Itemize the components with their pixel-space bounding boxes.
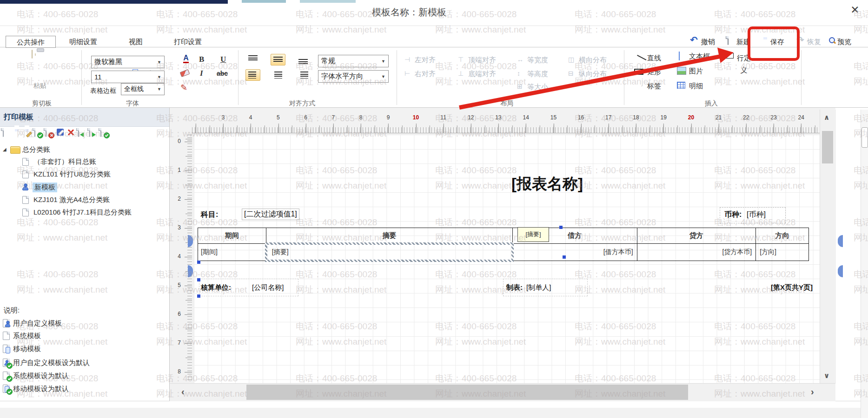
insert-detail-button[interactable]: 明细	[689, 82, 703, 91]
column-header[interactable]: 摘要	[266, 228, 513, 243]
tab-detail-settings[interactable]: 明细设置	[65, 36, 101, 47]
tree-root-label[interactable]: 总分类账	[22, 145, 50, 154]
chevron-down-icon: ▼	[381, 74, 385, 79]
scroll-up-icon[interactable]: ∧	[824, 113, 829, 122]
unit-label[interactable]: 核算单位:	[201, 283, 231, 292]
table-cell[interactable]: [贷方本币]	[637, 244, 756, 261]
halign-right-button[interactable]	[296, 69, 311, 81]
template-import-icon[interactable]	[78, 129, 87, 138]
layout-same-height-button[interactable]: 等高度	[527, 70, 548, 78]
scroll-left-icon[interactable]: ‹	[181, 386, 185, 397]
template-new-icon[interactable]	[3, 129, 12, 138]
undo-button[interactable]: 撤销	[701, 38, 715, 46]
table-cell[interactable]: [借方本币]	[513, 244, 637, 261]
dialog-title: 模板名称：新模板	[372, 6, 479, 19]
hscroll-thumb[interactable]	[246, 385, 688, 400]
selection-handle[interactable]	[197, 261, 200, 264]
layout-distribute-h-button[interactable]: 横向分布	[579, 56, 607, 65]
h-ruler-number: 9	[387, 114, 390, 121]
layout-align-top-button[interactable]: 顶端对齐	[468, 56, 496, 65]
maker-label[interactable]: 制表:	[506, 283, 523, 292]
layout-align-right-button[interactable]: 右对齐	[415, 70, 436, 78]
close-icon[interactable]: ✕	[848, 4, 862, 18]
redo-button[interactable]: 恢复	[807, 38, 821, 46]
table-cell[interactable]: [期间]	[198, 244, 266, 261]
table-border-select[interactable]: 全框线 ▼	[121, 83, 165, 95]
selection-handle[interactable]	[197, 278, 200, 281]
template-export-icon[interactable]	[89, 129, 99, 138]
h-ruler-number: 18	[633, 114, 639, 121]
italic-button[interactable]: I	[200, 69, 203, 78]
selection-handle[interactable]	[559, 226, 563, 229]
font-size-select[interactable]: 11 ▼	[91, 71, 165, 83]
layout-align-bottom-button[interactable]: 底端对齐	[468, 70, 496, 78]
valign-bottom-button[interactable]	[296, 54, 311, 65]
layout-same-width-button[interactable]: 等宽度	[527, 56, 548, 65]
layout-align-left-button[interactable]: 左对齐	[415, 56, 436, 65]
insert-label-button[interactable]: 标签	[647, 82, 661, 91]
page-scrollbar-track[interactable]	[861, 110, 868, 418]
maker-value[interactable]: [制单人]	[526, 283, 551, 292]
tree-expander-icon[interactable]: ◢	[3, 147, 7, 152]
paste-button[interactable]: 粘贴	[27, 82, 53, 90]
band-handle[interactable]	[838, 265, 843, 277]
template-rename-icon[interactable]	[57, 129, 66, 138]
template-save-icon[interactable]	[13, 129, 22, 138]
sidebar-header-title: 打印模板	[4, 112, 33, 122]
valign-middle-button[interactable]	[271, 54, 285, 65]
font-family-select[interactable]: 微软雅黑 ▼	[91, 56, 165, 68]
underline-button[interactable]: U	[220, 55, 226, 64]
insert-line-button[interactable]: 直线	[647, 54, 661, 63]
table-cell[interactable]: [方向]	[756, 244, 808, 261]
chevron-down-icon: ▼	[157, 75, 161, 79]
currency-value[interactable]: [币种]	[747, 210, 766, 220]
vertical-ruler-ticks	[185, 135, 192, 382]
currency-label[interactable]: 币种:	[724, 210, 742, 220]
check-badge-icon	[7, 363, 13, 369]
tab-common-ops[interactable]: 公共操作	[6, 36, 56, 48]
h-ruler-number: 4	[249, 114, 252, 121]
vscroll-thumb[interactable]	[822, 131, 833, 163]
valign-top-button[interactable]	[245, 54, 260, 65]
h-ruler-number: 11	[440, 114, 446, 121]
report-title[interactable]: [报表名称]	[498, 174, 596, 195]
selection-handle[interactable]	[197, 294, 200, 298]
insert-detail-icon	[677, 82, 685, 89]
tree-item-label: （非套打）科目总账	[33, 157, 96, 166]
v-ruler-number: 6	[170, 311, 181, 317]
tab-view[interactable]: 视图	[126, 36, 146, 47]
template-disable-icon[interactable]	[46, 129, 55, 138]
selection-handle[interactable]	[563, 255, 566, 259]
selected-cell-frame[interactable]	[265, 242, 514, 262]
column-header[interactable]: 期间	[198, 228, 266, 243]
scroll-right-icon[interactable]: ›	[811, 386, 814, 397]
page-scrollbar-thumb[interactable]	[861, 127, 868, 148]
pencil-button[interactable]: ✎	[180, 83, 187, 93]
halign-left-button[interactable]	[245, 69, 260, 81]
band-handle[interactable]	[838, 235, 843, 247]
template-enable-icon[interactable]	[34, 129, 44, 138]
subject-label[interactable]: 科目:	[201, 210, 218, 220]
template-delete-icon[interactable]	[67, 129, 76, 138]
halign-center-button[interactable]	[271, 69, 285, 81]
h-ruler-number: 12	[468, 114, 474, 121]
tab-print-settings[interactable]: 打印设置	[170, 36, 205, 47]
doc-icon	[22, 196, 29, 204]
strikethrough-button[interactable]: abc	[217, 70, 228, 77]
insert-image-button[interactable]: 图片	[689, 67, 703, 76]
text-direction-select[interactable]: 字体水平方向 ▼	[318, 70, 389, 83]
column-header[interactable]: 方向	[756, 228, 808, 243]
font-color-button[interactable]: A	[181, 54, 191, 64]
page-number-field[interactable]: [第X页共Y页]	[771, 283, 813, 292]
subject-value[interactable]: [二次过滤项值1]	[242, 209, 299, 220]
template-default-icon[interactable]	[100, 129, 110, 138]
format-style-select[interactable]: 常规 ▼	[318, 55, 389, 67]
unit-value[interactable]: [公司名称]	[252, 283, 284, 292]
bold-button[interactable]: B	[199, 55, 204, 64]
scroll-down-icon[interactable]: ∨	[824, 372, 829, 380]
column-header[interactable]: 贷方	[637, 228, 756, 243]
template-saveas-icon[interactable]	[23, 129, 33, 138]
v-ruler-number: 2	[170, 196, 181, 202]
preview-button[interactable]: 预览	[837, 38, 851, 46]
eraser-button[interactable]	[180, 69, 190, 77]
